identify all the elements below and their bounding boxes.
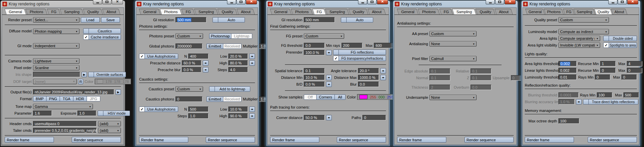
title-bar[interactable]: Kray rendering options ✕ xyxy=(135,1,259,7)
minimize-button[interactable] xyxy=(93,0,102,4)
camera-mode-dropdown[interactable]: Lightwave▼ xyxy=(33,58,79,64)
format-png-button[interactable]: PNG xyxy=(46,96,60,101)
cache-irradiance-checkbox[interactable]: ✓Cache irradiance xyxy=(83,34,121,40)
minimize-button[interactable] xyxy=(227,0,236,4)
output-files-browse-button[interactable]: ▶ xyxy=(116,89,121,95)
maximize-button[interactable] xyxy=(495,0,504,4)
render-preset-dropdown[interactable]: Select...▼ xyxy=(33,17,79,23)
blurring-rays-max-field[interactable]: 500 xyxy=(623,92,639,98)
tab-sampling[interactable]: Sampling xyxy=(60,9,84,14)
max-rays-field[interactable]: 600 xyxy=(374,43,395,48)
tab-quality[interactable]: Quality xyxy=(83,9,103,14)
spinner-button[interactable]: ◂▸ xyxy=(326,115,332,120)
trace-direct-lights-checkbox[interactable]: Trace direct lights reflections xyxy=(583,99,638,105)
fg-reflections-checkbox[interactable]: FG reflections xyxy=(333,50,386,55)
tailer-cmds-field[interactable]: prerender 0.5,2,0.01;gradients_neighbour… xyxy=(33,128,97,133)
quality-preset-dropdown[interactable]: Custom▼ xyxy=(558,17,609,23)
maximize-button[interactable] xyxy=(236,0,246,4)
tab-fg[interactable]: FG xyxy=(563,9,575,14)
render-sequence-button[interactable]: Render sequence xyxy=(588,137,637,143)
lightmap-button[interactable]: Lightmap xyxy=(231,33,252,39)
pixel-filter-dropdown[interactable]: Catmull▼ xyxy=(429,56,477,61)
load-button[interactable]: Load xyxy=(81,17,100,23)
minimize-button[interactable] xyxy=(486,0,495,4)
rays-max-field[interactable]: 0 xyxy=(621,75,637,80)
save-button[interactable]: Save xyxy=(101,17,120,23)
fg-preset-dropdown[interactable]: Custom▼ xyxy=(304,33,344,39)
maximize-button[interactable] xyxy=(367,0,377,4)
gi-resolution-field[interactable]: 500 mm xyxy=(175,17,206,23)
tab-photons[interactable]: Photons xyxy=(160,9,182,14)
spotlights-to-area-checkbox[interactable]: ✓Spotlights to area xyxy=(603,42,637,48)
show-samples-corners-button[interactable]: Corners xyxy=(317,94,335,100)
gi-mode-dropdown[interactable]: Independent▼ xyxy=(33,43,79,49)
paths-field[interactable]: 0 xyxy=(362,115,386,120)
spinner-button[interactable]: ◂▸ xyxy=(249,54,255,59)
max-octree-depth-field[interactable]: 100 xyxy=(558,118,579,124)
tab-fg[interactable]: FG xyxy=(439,9,453,14)
spinner-button[interactable]: ◂▸ xyxy=(576,99,582,105)
render-frame-button[interactable]: Render frame xyxy=(270,137,319,143)
spinner-button[interactable]: ◂▸ xyxy=(249,107,255,112)
spinner-button[interactable]: ◂▸ xyxy=(380,68,386,74)
recurse-min-field[interactable]: 0 xyxy=(600,68,616,73)
steps-field[interactable]: 4.0 xyxy=(228,67,248,72)
area-lights-dropdown[interactable]: Compute separately (adapti...▼ xyxy=(558,36,600,41)
tab-general[interactable]: General xyxy=(270,9,292,14)
iris-shape-picker-button[interactable]: ▶ xyxy=(82,72,87,77)
tab-general[interactable]: General xyxy=(139,9,161,14)
minimize-button[interactable] xyxy=(608,0,617,4)
format-hdr-button[interactable]: HDR xyxy=(73,96,87,101)
title-bar[interactable]: Kray rendering options ✕ xyxy=(393,1,518,7)
spinner-button[interactable]: ◂▸ xyxy=(326,75,332,80)
sample-color-value[interactable]: 255000255 xyxy=(357,94,395,100)
double-sided-checkbox[interactable]: Double sided xyxy=(603,36,637,41)
global-photons-field[interactable]: 2000000 xyxy=(175,43,202,49)
close-button[interactable]: ✕ xyxy=(246,0,257,4)
diffuse-model-dropdown[interactable]: Photon mapping▼ xyxy=(33,29,79,34)
override-surfaces-checkbox[interactable]: Override surfaces xyxy=(88,72,126,77)
tab-quality[interactable]: Quality xyxy=(475,9,495,14)
spinner-button[interactable]: ◂▸ xyxy=(203,67,208,72)
emitted-button[interactable]: Emitted xyxy=(206,43,223,49)
show-samples-all-button[interactable]: All xyxy=(335,94,346,100)
tab-about[interactable]: About xyxy=(367,9,386,14)
auto-checkbox[interactable]: Auto xyxy=(341,17,373,23)
precache-blur-field[interactable]: 0.0 % xyxy=(182,67,201,72)
parameter-field[interactable]: 1.6 xyxy=(33,111,52,116)
hsv-mode-checkbox[interactable]: HSV mode xyxy=(98,111,130,116)
render-sequence-button[interactable]: Render sequence xyxy=(464,137,514,143)
fg-threshold-field[interactable]: 0.0 xyxy=(304,43,325,48)
caustics-steps-field[interactable]: 1.0 xyxy=(188,113,208,119)
title-bar[interactable]: Kray rendering options ✕ xyxy=(266,1,390,7)
maximize-button[interactable] xyxy=(618,0,627,4)
tab-fg[interactable]: FG xyxy=(181,9,195,14)
close-button[interactable]: ✕ xyxy=(377,0,388,4)
spinner-button[interactable]: ◂▸ xyxy=(380,75,386,80)
prerender-field[interactable]: 100.0 % xyxy=(304,50,325,55)
maximize-button[interactable] xyxy=(102,0,111,4)
tab-sampling[interactable]: Sampling xyxy=(573,9,595,14)
tab-about[interactable]: About xyxy=(494,9,513,14)
caustics-n-field[interactable]: 500 xyxy=(188,107,208,112)
tab-quality[interactable]: Quality xyxy=(348,9,368,14)
corner-distance-field[interactable]: 50.0 % xyxy=(304,115,325,120)
received-button[interactable]: Received xyxy=(223,43,242,49)
tab-photons[interactable]: Photons xyxy=(25,9,47,14)
render-frame-button[interactable]: Render frame xyxy=(5,137,54,143)
tone-map-dropdown[interactable]: Gamma▼ xyxy=(33,104,93,109)
format-jpg-button[interactable]: JPG xyxy=(87,96,100,101)
render-frame-button[interactable]: Render frame xyxy=(139,137,188,143)
format-tga-button[interactable]: TGA xyxy=(60,96,73,101)
tab-about[interactable]: About xyxy=(611,9,627,14)
area-lights-threshold-field[interactable]: 0.002 xyxy=(558,61,577,66)
render-frame-button[interactable]: Render frame xyxy=(525,137,574,143)
spinner-button[interactable]: ◂▸ xyxy=(326,82,332,87)
pixel-order-dropdown[interactable]: Scanline▼ xyxy=(33,65,79,70)
antialiasing-dropdown[interactable]: None▼ xyxy=(429,41,477,47)
tab-general[interactable]: General xyxy=(525,9,545,14)
r-button[interactable]: R xyxy=(78,79,83,84)
spinner-button[interactable]: ◂▸ xyxy=(326,50,332,55)
bd-field[interactable]: 0.0 % xyxy=(304,82,325,87)
emitted-button[interactable]: Emitted xyxy=(206,96,223,102)
